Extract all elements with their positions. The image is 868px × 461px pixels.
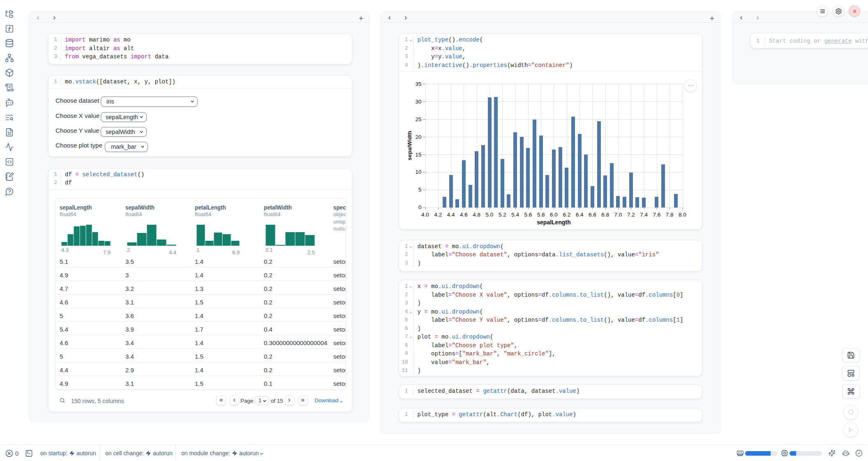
svg-text:4.0: 4.0 (421, 212, 429, 218)
svg-text:6.4: 6.4 (575, 212, 583, 218)
svg-text:4.6: 4.6 (460, 212, 468, 218)
svg-text:0: 0 (418, 204, 421, 210)
svg-text:30: 30 (415, 99, 421, 105)
svg-text:7.4: 7.4 (640, 212, 648, 218)
svg-text:15: 15 (415, 152, 421, 158)
svg-text:5.2: 5.2 (498, 212, 506, 218)
svg-text:5.4: 5.4 (511, 212, 519, 218)
svg-text:6.2: 6.2 (563, 212, 570, 218)
svg-text:5.8: 5.8 (537, 212, 545, 218)
svg-text:20: 20 (415, 134, 421, 140)
svg-text:4.2: 4.2 (434, 212, 442, 218)
svg-text:sepalLength: sepalLength (537, 219, 570, 226)
svg-text:7.0: 7.0 (614, 212, 622, 218)
svg-text:25: 25 (415, 116, 421, 122)
svg-text:7.6: 7.6 (653, 212, 660, 218)
svg-text:5: 5 (418, 187, 421, 193)
svg-text:6.0: 6.0 (550, 212, 558, 218)
svg-text:sepalWidth: sepalWidth (406, 131, 413, 160)
svg-text:6.8: 6.8 (601, 212, 609, 218)
svg-text:4.8: 4.8 (473, 212, 480, 218)
svg-text:7.2: 7.2 (627, 212, 635, 218)
svg-text:35: 35 (415, 81, 421, 87)
svg-text:5.0: 5.0 (485, 212, 493, 218)
svg-text:7.8: 7.8 (665, 212, 673, 218)
svg-text:8.0: 8.0 (679, 212, 686, 218)
svg-text:5.6: 5.6 (524, 212, 532, 218)
svg-text:6.6: 6.6 (589, 212, 596, 218)
svg-text:4.4: 4.4 (447, 212, 455, 218)
svg-text:10: 10 (415, 169, 421, 175)
